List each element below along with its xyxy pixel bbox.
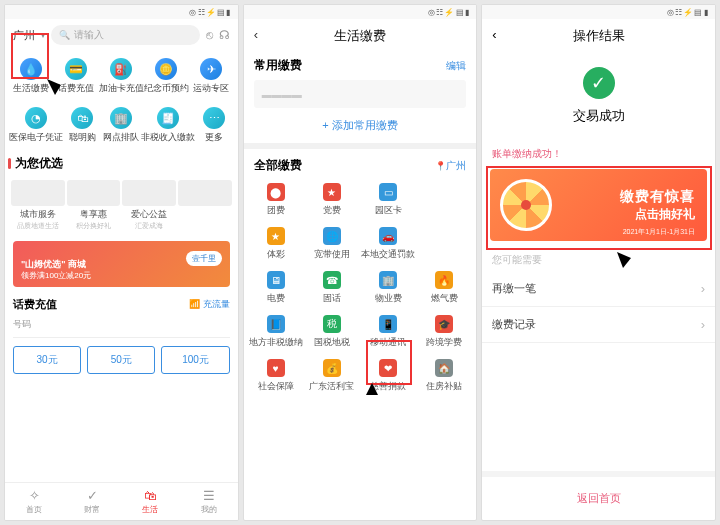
phone-number-field[interactable]: 号码 — [13, 316, 230, 338]
tax-icon: 税 — [323, 315, 341, 333]
mine-icon: ☰ — [203, 488, 215, 503]
annotation-arrow-1 — [45, 77, 125, 137]
landline[interactable]: ☎固话 — [304, 266, 360, 310]
bottom-tab-bar: ✧首页✓财富🛍生活☰我的 — [5, 482, 238, 520]
tab-wealth[interactable]: ✓财富 — [63, 483, 121, 520]
gas[interactable]: 🔥燃气费 — [416, 266, 472, 310]
success-block: ✓ 交易成功 — [482, 51, 715, 141]
search-input[interactable]: 请输入 — [51, 25, 200, 45]
city-service[interactable]: 城市服务品质地道生活 — [11, 180, 65, 231]
status-bar: ◎ ☷ ⚡ ▤ ▮ — [244, 5, 477, 19]
annotation-arrow-3 — [612, 250, 667, 300]
tab-home[interactable]: ✧首页 — [5, 483, 63, 520]
group-fee-icon: ⬤ — [267, 183, 285, 201]
back-button[interactable]: ‹ — [254, 27, 258, 42]
more[interactable]: ⋯更多 — [195, 104, 234, 147]
gd-huoli-icon: 💰 — [323, 359, 341, 377]
mic-icon[interactable]: ⎋ — [206, 28, 213, 42]
flow-link[interactable]: 充流量 — [189, 298, 230, 311]
amount-100元[interactable]: 100元 — [161, 346, 229, 374]
amount-buttons: 30元50元100元 — [13, 338, 230, 382]
svg-marker-0 — [47, 79, 61, 95]
edit-link[interactable]: 编辑 — [446, 59, 466, 73]
featured-section-title: 为您优选 — [5, 149, 238, 176]
mobile-icon: 📱 — [379, 315, 397, 333]
all-payments-grid: ⬤团费★党费▭园区卡★体彩🌐宽带使用🚗本地交通罚款🖥电费☎固话🏢物业费🔥燃气费📘… — [244, 178, 477, 398]
property[interactable]: 🏢物业费 — [360, 266, 416, 310]
featured-cards: 城市服务品质地道生活粤享惠积分换好礼爱心公益汇爱成海 — [5, 176, 238, 235]
banner-subtitle: 领券满100立减20元 — [21, 270, 91, 281]
broadband[interactable]: 🌐宽带使用 — [304, 222, 360, 266]
return-home-button[interactable]: 返回首页 — [482, 471, 715, 520]
amount-50元[interactable]: 50元 — [87, 346, 155, 374]
svg-marker-1 — [366, 383, 378, 395]
yue-xiang[interactable]: 粤享惠积分换好礼 — [67, 180, 121, 231]
gas-icon: 🔥 — [435, 271, 453, 289]
home-icon: ✧ — [29, 488, 40, 503]
landline-icon: ☎ — [323, 271, 341, 289]
sports[interactable]: ✈运动专区 — [189, 55, 234, 98]
charity[interactable]: 爱心公益汇爱成海 — [122, 180, 176, 231]
local-nontax[interactable]: 📘地方非税缴纳 — [248, 310, 304, 354]
phone-living-payment: ◎ ☷ ⚡ ▤ ▮ ‹ 生活缴费 常用缴费 编辑 ▬▬▬▬ + 添加常用缴费 全… — [243, 4, 478, 521]
banner-badge: 壹千里 — [186, 251, 222, 266]
traffic-fine[interactable]: 🚗本地交通罚款 — [360, 222, 416, 266]
more-icon: ⋯ — [203, 107, 225, 129]
tuition[interactable]: 🎓跨境学费 — [416, 310, 472, 354]
park-card-icon: ▭ — [379, 183, 397, 201]
recharge-section: 话费充值 充流量 号码 30元50元100元 — [13, 293, 230, 382]
property-icon: 🏢 — [379, 271, 397, 289]
non-tax-pay-icon: 🧾 — [157, 107, 179, 129]
lottery-icon: ★ — [267, 227, 285, 245]
local-nontax-icon: 📘 — [267, 315, 285, 333]
party-fee[interactable]: ★党费 — [304, 178, 360, 222]
group-fee[interactable]: ⬤团费 — [248, 178, 304, 222]
unknown[interactable] — [178, 180, 232, 231]
location-selector[interactable]: 广州 — [435, 159, 466, 173]
page-title: ‹ 操作结果 — [482, 19, 715, 51]
wealth-icon: ✓ — [87, 488, 98, 503]
annotation-arrow-2 — [354, 383, 389, 433]
check-icon: ✓ — [583, 67, 615, 99]
traffic-fine-icon: 🚗 — [379, 227, 397, 245]
sports-icon: ✈ — [200, 58, 222, 80]
housing-icon: 🏠 — [435, 359, 453, 377]
amount-30元[interactable]: 30元 — [13, 346, 81, 374]
common-payments-title: 常用缴费 — [254, 57, 302, 74]
life-icon: 🛍 — [144, 488, 157, 503]
electric-icon: 🖥 — [267, 271, 285, 289]
non-tax-pay[interactable]: 🧾非税收入缴款 — [141, 104, 195, 147]
page-title: ‹ 生活缴费 — [244, 19, 477, 51]
success-detail: 账单缴纳成功！ — [482, 141, 715, 167]
success-text: 交易成功 — [573, 107, 625, 125]
electric[interactable]: 🖥电费 — [248, 266, 304, 310]
tab-life[interactable]: 🛍生活 — [121, 483, 179, 520]
tax[interactable]: 税国税地税 — [304, 310, 360, 354]
banner-title: "山姆优选" 商城 — [21, 258, 86, 271]
highlight-box-mobile — [366, 340, 412, 385]
social-sec-icon: ♥ — [267, 359, 285, 377]
social-sec[interactable]: ♥社会保障 — [248, 354, 304, 398]
coin-reserve[interactable]: 🪙纪念币预约 — [144, 55, 189, 98]
park-card[interactable]: ▭园区卡 — [360, 178, 416, 222]
med-ins-icon: ◔ — [25, 107, 47, 129]
common-payment-item[interactable]: ▬▬▬▬ — [254, 80, 467, 108]
lottery[interactable]: ★体彩 — [248, 222, 304, 266]
tuition-icon: 🎓 — [435, 315, 453, 333]
svg-marker-2 — [617, 252, 631, 268]
gd-huoli[interactable]: 💰广东活利宝 — [304, 354, 360, 398]
status-bar: ◎ ☷ ⚡ ▤ ▮ — [5, 5, 238, 19]
phone-result: ◎ ☷ ⚡ ▤ ▮ ‹ 操作结果 ✓ 交易成功 账单缴纳成功！ 缴费有惊喜 点击… — [481, 4, 716, 521]
blank2 — [416, 222, 472, 266]
add-common-button[interactable]: + 添加常用缴费 — [244, 108, 477, 149]
highlight-box-living-payment — [11, 33, 49, 79]
tab-mine[interactable]: ☰我的 — [180, 483, 238, 520]
promo-banner[interactable]: "山姆优选" 商城 领券满100立减20元 壹千里 — [13, 241, 230, 287]
highlight-box-banner — [486, 166, 712, 250]
back-button[interactable]: ‹ — [492, 27, 496, 42]
action-再缴一笔[interactable]: 再缴一笔 — [482, 271, 715, 307]
housing[interactable]: 🏠住房补贴 — [416, 354, 472, 398]
action-缴费记录[interactable]: 缴费记录 — [482, 307, 715, 343]
headset-icon[interactable]: ☊ — [219, 28, 230, 42]
broadband-icon: 🌐 — [323, 227, 341, 245]
